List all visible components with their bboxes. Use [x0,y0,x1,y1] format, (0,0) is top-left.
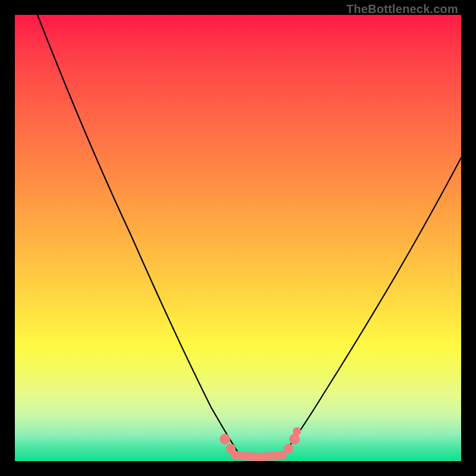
plot-area [15,15,461,461]
valley-floor-marker [235,455,283,457]
curve-left-branch [37,15,240,455]
marker-dot-left-upper [220,434,230,444]
chart-svg [15,15,461,461]
curve-right-branch [283,158,461,455]
marker-dot-right-top [293,427,301,436]
marker-dot-right-upper [289,434,300,444]
marker-dot-left-lower [226,444,236,453]
outer-frame: TheBottleneck.com [0,0,476,476]
attribution-text: TheBottleneck.com [346,2,458,16]
marker-dot-right-lower [284,444,293,453]
